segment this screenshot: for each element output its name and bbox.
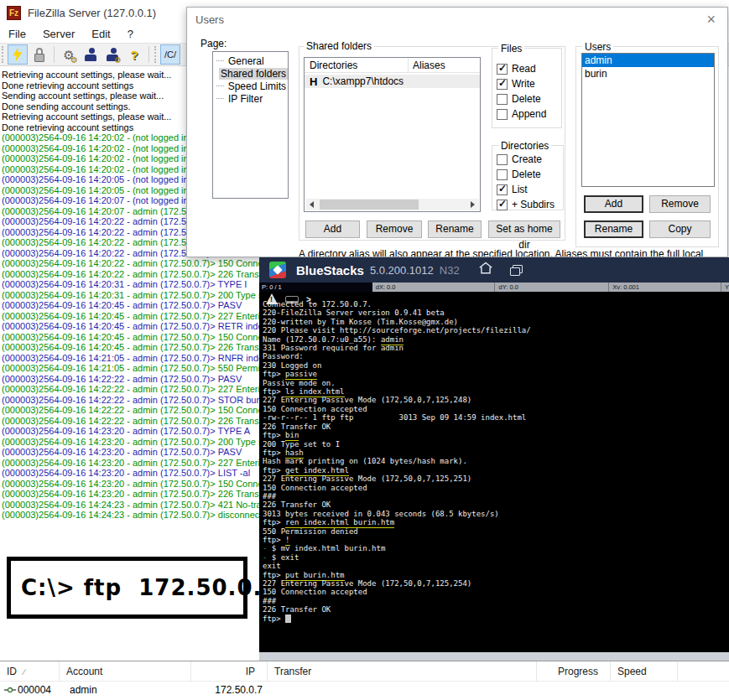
menu-item[interactable]: Server: [34, 26, 83, 42]
user-list-item[interactable]: burin: [582, 67, 714, 80]
checkbox[interactable]: [497, 94, 508, 105]
permission-option[interactable]: + Subdirs: [497, 197, 555, 212]
dx-readout: dX: 0.0: [372, 283, 495, 292]
page-tree-item[interactable]: Shared folders: [213, 67, 288, 80]
users-group-label: Users: [582, 41, 613, 53]
rename-folder-button[interactable]: Rename: [428, 220, 482, 238]
screen: Fz FileZilla Server (127.0.0.1) FileServ…: [0, 0, 729, 700]
lightning-icon: [13, 48, 23, 62]
checkbox[interactable]: [497, 184, 508, 195]
xv-readout: Xv: 0.001: [608, 283, 721, 292]
scroll-left-icon[interactable]: [305, 199, 318, 210]
column-header[interactable]: Transfer: [268, 661, 537, 682]
home-icon[interactable]: [478, 262, 493, 278]
terminal-output[interactable]: Connected to 172.50.0.7.220-FileZilla Se…: [263, 300, 729, 623]
checkbox-label: Delete: [512, 169, 541, 180]
terminal-line: ftp> !: [263, 536, 729, 544]
shared-folders-list[interactable]: Directories Aliases H C:\xampp7\htdocs: [304, 57, 481, 212]
copy-user-button[interactable]: Copy: [649, 220, 711, 238]
user-list-item[interactable]: admin: [582, 54, 714, 67]
permission-option[interactable]: Create: [497, 152, 555, 167]
permission-option[interactable]: Write: [497, 76, 546, 91]
page-tree-item[interactable]: General: [213, 54, 288, 67]
user-icon: [84, 48, 97, 61]
add-user-button[interactable]: Add: [584, 195, 643, 213]
terminal-line: Password:: [263, 352, 729, 360]
scrollbar-thumb[interactable]: [320, 200, 419, 210]
terminal-line: -rw-r--r-- 1 ftp ftp 3013 Sep 09 14:59 i…: [263, 413, 729, 422]
checkbox[interactable]: [497, 79, 508, 90]
column-header-label: Transfer: [274, 666, 311, 677]
debug-strip: P: 0 / 1 dX: 0.0 dY: 0.0 Xv: 0.001 Y: [259, 283, 729, 292]
set-as-home-dir-button[interactable]: Set as home dir: [488, 220, 560, 238]
terminal-line: ftp> passive: [263, 370, 729, 378]
checkbox[interactable]: [497, 169, 508, 180]
terminal-line: 230 Logged on: [263, 361, 729, 370]
remove-user-button[interactable]: Remove: [649, 195, 711, 213]
bluestacks-bottom-bar: [259, 652, 729, 661]
permission-option[interactable]: Read: [497, 61, 546, 76]
lock-server-button[interactable]: [29, 44, 49, 65]
multi-instance-icon[interactable]: [510, 265, 522, 275]
permission-option[interactable]: Delete: [497, 167, 555, 182]
remove-folder-button[interactable]: Remove: [367, 220, 422, 238]
terminal-line: ftp> bin: [263, 431, 729, 439]
menu-item[interactable]: File: [0, 26, 34, 42]
column-header[interactable]: ID∕: [0, 661, 60, 682]
column-header[interactable]: Speed: [611, 661, 678, 682]
lock-icon: [34, 48, 45, 62]
user-list[interactable]: adminburin: [581, 53, 715, 187]
terminal-line: 200 Type set to I: [263, 440, 729, 449]
page-tree-item[interactable]: Speed Limits: [213, 80, 288, 92]
group-gear-icon: ⚙: [114, 56, 122, 65]
checkbox[interactable]: [497, 200, 508, 210]
menu-item[interactable]: ?: [119, 26, 142, 42]
permission-option[interactable]: Delete: [497, 91, 546, 106]
column-header[interactable]: IP: [191, 661, 268, 682]
bluestacks-window: BlueStacks 5.0.200.1012 N32 P: 0 / 1 dX:…: [259, 257, 729, 661]
settings-button[interactable]: ⚙ ⚙: [59, 44, 79, 65]
bluestacks-logo-icon: [269, 262, 286, 278]
rename-user-button[interactable]: Rename: [584, 220, 643, 238]
column-header[interactable]: Progress: [537, 661, 611, 682]
terminal-line: 220-written by Tim Kosse (Tim.Kosse@gmx.…: [263, 318, 729, 326]
checkbox[interactable]: [497, 109, 508, 120]
terminal-line: 226 Transfer OK: [263, 500, 729, 509]
aliases-column-header[interactable]: Aliases: [409, 60, 445, 71]
dy-readout: dY: 0.0: [494, 283, 608, 292]
bluestacks-screen: P: 0 / 1 dX: 0.0 dY: 0.0 Xv: 0.001 Y >_ …: [259, 283, 729, 652]
add-folder-button[interactable]: Add: [305, 220, 360, 238]
users-button[interactable]: [81, 44, 101, 65]
directories-column-header[interactable]: Directories: [305, 58, 409, 73]
terminal-line: ftp>: [263, 614, 729, 623]
close-icon[interactable]: ×: [706, 12, 716, 27]
page-tree-item[interactable]: IP Filter: [213, 92, 288, 105]
groups-button[interactable]: ⚙: [102, 44, 122, 65]
page-tree: General Shared folders Speed Limits IP F…: [212, 51, 289, 199]
toolbar-grip[interactable]: [2, 46, 4, 63]
horizontal-scrollbar[interactable]: [305, 199, 479, 210]
shared-folder-row[interactable]: H C:\xampp7\htdocs: [305, 75, 480, 88]
dialog-title: Users: [195, 13, 224, 26]
bluestacks-version: 5.0.200.1012: [370, 264, 434, 277]
menu-item[interactable]: Edit: [83, 26, 118, 42]
checkbox[interactable]: [497, 64, 508, 75]
help-button[interactable]: ?: [124, 44, 144, 65]
permission-option[interactable]: Append: [497, 106, 546, 122]
toolbar-separator: [54, 46, 55, 63]
terminal-line: 220 Please visit http://sourceforge.net/…: [263, 326, 729, 334]
scroll-right-icon[interactable]: [466, 199, 479, 210]
checkbox[interactable]: [497, 154, 508, 165]
permission-option[interactable]: List: [497, 182, 555, 197]
connection-account: admin: [60, 684, 191, 696]
column-header[interactable]: Account: [60, 661, 191, 682]
terminal-line: 226 Transfer OK: [263, 605, 729, 614]
toggle-server-button[interactable]: [8, 44, 28, 65]
settings-small-gear-icon: ⚙: [70, 56, 78, 65]
connection-row[interactable]: 000004 admin 172.50.0.7: [0, 682, 729, 697]
toolbar-grip[interactable]: [154, 46, 157, 63]
bluestacks-title: BlueStacks: [296, 263, 364, 277]
terminal-line: 227 Entering Passive Mode (172,50,0,7,12…: [263, 474, 729, 483]
bluestacks-titlebar[interactable]: BlueStacks 5.0.200.1012 N32: [259, 257, 729, 283]
drive-button[interactable]: /C/: [160, 44, 180, 65]
